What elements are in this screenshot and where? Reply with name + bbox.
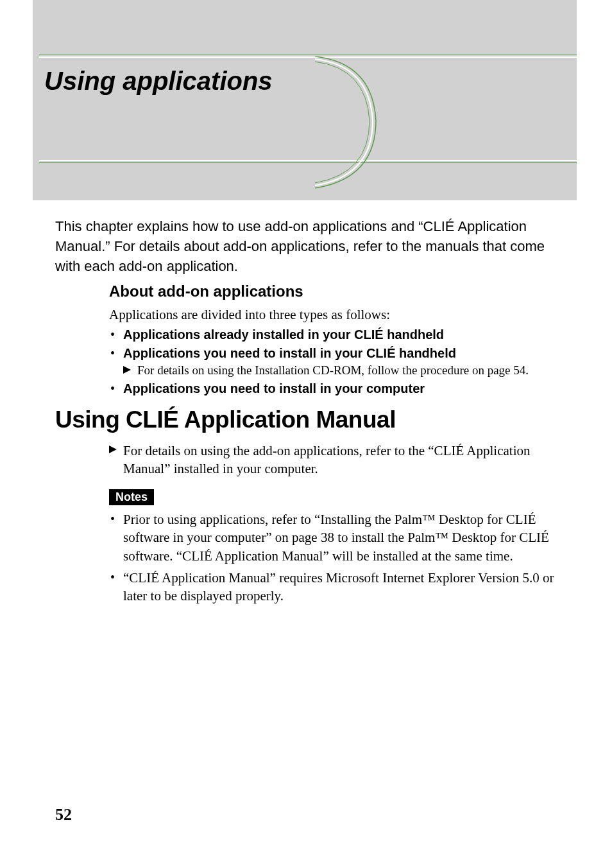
intro-paragraph: This chapter explains how to use add-on … (55, 217, 562, 276)
chapter-title-wrap: Using applications (39, 56, 577, 161)
manual-heading: Using CLIÉ Application Manual (55, 406, 396, 433)
list-item-label: Applications you need to install in your… (123, 346, 456, 360)
addon-intro: Applications are divided into three type… (109, 306, 565, 324)
chapter-header-block: Using applications (33, 0, 577, 200)
notes-badge: Notes (109, 489, 154, 505)
list-item-label: Applications already installed in your C… (123, 327, 444, 342)
manual-arrow-text: For details on using the add-on applicat… (109, 442, 565, 478)
list-item: “CLIÉ Application Manual” requires Micro… (109, 569, 565, 605)
list-item: Applications you need to install in your… (109, 381, 565, 396)
page-number: 52 (55, 805, 72, 824)
notes-list: Prior to using applications, refer to “I… (109, 510, 565, 605)
list-item: Prior to using applications, refer to “I… (109, 510, 565, 565)
notes-section: Notes Prior to using applications, refer… (109, 489, 565, 609)
list-item: Applications you need to install in your… (109, 346, 565, 378)
list-item: Applications already installed in your C… (109, 327, 565, 342)
manual-section: For details on using the add-on applicat… (109, 442, 565, 478)
arrow-subtext: For details on using the Installation CD… (123, 363, 565, 378)
chapter-title: Using applications (39, 67, 577, 96)
list-item-label: Applications you need to install in your… (123, 381, 425, 395)
addon-heading: About add-on applications (109, 282, 565, 300)
addon-section: About add-on applications Applications a… (109, 282, 565, 400)
addon-list: Applications already installed in your C… (109, 327, 565, 396)
